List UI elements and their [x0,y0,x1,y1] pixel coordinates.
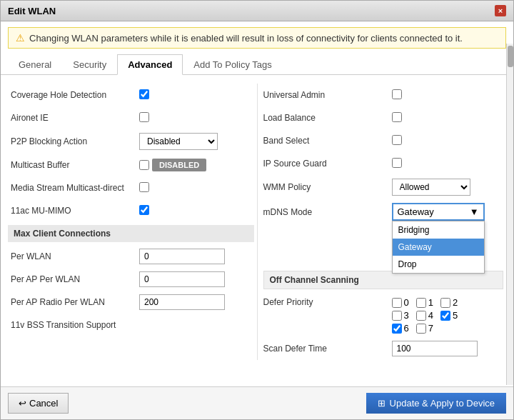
defer-checkbox-1[interactable] [416,298,426,308]
defer-label-3: 3 [404,310,409,321]
form-columns: Coverage Hole Detection Aironet IE P2P B… [8,84,506,360]
defer-checkbox-7[interactable] [416,324,426,334]
scan-defer-time-row: Scan Defer Time [261,337,507,360]
load-balance-checkbox[interactable] [392,112,402,122]
multicast-buffer-checkbox[interactable] [139,160,149,170]
ip-source-guard-row: IP Source Guard [261,152,507,175]
per-wlan-label: Per WLAN [11,251,139,261]
band-select-row: Band Select [261,129,507,152]
media-stream-checkbox[interactable] [139,182,149,192]
aironet-ie-row: Aironet IE [8,106,254,129]
per-ap-radio-input[interactable] [139,294,225,310]
load-balance-row: Load Balance [261,106,507,129]
mdns-option-bridging[interactable]: Bridging [393,221,484,239]
defer-item-0: 0 [392,297,409,308]
defer-label-2: 2 [453,297,458,308]
toggle-label: DISABLED [152,159,206,171]
close-button[interactable]: × [495,5,506,16]
multicast-buffer-row: Multicast Buffer DISABLED [8,154,254,176]
11ac-mu-mimo-row: 11ac MU-MIMO [8,199,254,222]
mdns-option-drop[interactable]: Drop [393,256,484,273]
per-wlan-control [139,249,251,264]
coverage-hole-checkbox[interactable] [139,89,149,99]
universal-admin-control [392,89,504,101]
defer-label-4: 4 [428,310,433,321]
11v-bss-label: 11v BSS Transition Support [11,320,139,330]
multicast-buffer-toggle[interactable]: DISABLED [139,159,251,171]
ip-source-guard-checkbox[interactable] [392,158,402,168]
aironet-ie-label: Aironet IE [11,113,139,123]
right-column: Universal Admin Load Balance Band Select [261,84,507,360]
tab-security[interactable]: Security [62,54,117,75]
wmm-policy-select[interactable]: Allowed Disabled Required [392,179,470,196]
mdns-mode-label: mDNS Mode [263,207,392,217]
defer-label-7: 7 [428,323,433,334]
warning-icon: ⚠ [16,32,25,44]
defer-checkbox-3[interactable] [392,311,402,321]
per-ap-radio-row: Per AP Radio Per WLAN [8,291,254,314]
band-select-checkbox[interactable] [392,135,402,145]
scrollbar-thumb[interactable] [508,46,513,67]
scan-defer-time-input[interactable] [392,341,478,356]
mdns-dropdown-menu: Bridging Gateway Drop [392,221,485,274]
mdns-mode-row: mDNS Mode Gateway ▼ Bridging Gateway Dro… [261,199,507,224]
per-ap-per-wlan-row: Per AP Per WLAN [8,268,254,291]
defer-checkbox-6[interactable] [392,324,402,334]
defer-priority-control: 0 1 2 [392,297,504,334]
media-stream-row: Media Stream Multicast-direct [8,176,254,199]
universal-admin-label: Universal Admin [263,90,392,100]
p2p-blocking-row: P2P Blocking Action Disabled Enabled [8,129,254,154]
column-divider [257,84,258,360]
mdns-selected-value: Gateway [398,206,434,217]
defer-row-1: 0 1 2 [392,297,504,308]
defer-checkbox-4[interactable] [416,311,426,321]
load-balance-label: Load Balance [263,113,392,123]
mdns-mode-select[interactable]: Gateway ▼ [392,203,485,221]
defer-item-7: 7 [416,323,433,334]
aironet-ie-control [139,112,251,124]
tab-policy-tags[interactable]: Add To Policy Tags [183,54,282,75]
main-content: Coverage Hole Detection Aironet IE P2P B… [1,78,513,386]
universal-admin-row: Universal Admin [261,84,507,106]
defer-row-3: 6 7 [392,323,504,334]
ip-source-guard-label: IP Source Guard [263,159,392,169]
band-select-label: Band Select [263,136,392,146]
wmm-policy-control: Allowed Disabled Required [392,179,504,196]
defer-label-1: 1 [428,297,433,308]
media-stream-control [139,182,251,194]
tab-bar: General Security Advanced Add To Policy … [1,54,513,75]
per-wlan-input[interactable] [139,249,225,264]
aironet-ie-checkbox[interactable] [139,112,149,122]
tab-advanced[interactable]: Advanced [117,54,183,75]
update-icon: ⊞ [378,398,386,409]
defer-priority-row: Defer Priority 0 1 [261,293,507,337]
11ac-mu-mimo-label: 11ac MU-MIMO [11,206,139,216]
defer-label-6: 6 [404,323,409,334]
defer-checkbox-0[interactable] [392,298,402,308]
defer-item-5: 5 [440,310,458,321]
warning-text: Changing WLAN parameters while it is ena… [29,33,463,44]
dialog-title: Edit WLAN [8,6,56,16]
update-apply-button[interactable]: ⊞ Update & Apply to Device [366,393,506,414]
per-wlan-row: Per WLAN [8,245,254,268]
11ac-mu-mimo-checkbox[interactable] [139,205,149,215]
tab-general[interactable]: General [8,54,62,75]
universal-admin-checkbox[interactable] [392,89,402,99]
defer-label-0: 0 [404,297,409,308]
per-ap-radio-control [139,294,251,310]
11v-bss-row: 11v BSS Transition Support [8,314,254,336]
multicast-buffer-control: DISABLED [139,159,251,171]
p2p-blocking-control: Disabled Enabled [139,133,251,150]
band-select-control [392,135,504,147]
mdns-option-gateway[interactable]: Gateway [393,239,484,256]
defer-checkbox-5[interactable] [440,311,450,321]
defer-checkbox-2[interactable] [440,298,450,308]
defer-priority-grid: 0 1 2 [392,297,504,334]
defer-item-2: 2 [440,297,458,308]
cancel-button[interactable]: ↩ Cancel [8,393,69,414]
per-ap-per-wlan-input[interactable] [139,271,225,287]
edit-wlan-dialog: Edit WLAN × ⚠ Changing WLAN parameters w… [0,0,514,420]
scan-defer-time-label: Scan Defer Time [263,344,392,354]
defer-item-1: 1 [416,297,433,308]
p2p-blocking-select[interactable]: Disabled Enabled [139,133,218,150]
